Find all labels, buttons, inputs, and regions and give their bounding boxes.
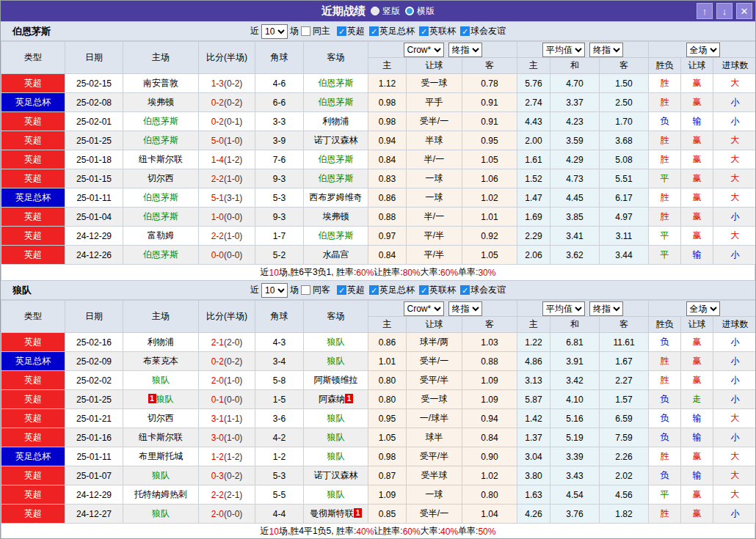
radio-selected-icon[interactable] bbox=[371, 7, 379, 15]
corners-cell: 5-3 bbox=[255, 466, 304, 485]
league-label: 英足总杯 bbox=[379, 284, 415, 296]
home-team-name: 伯恩茅斯 bbox=[143, 249, 178, 260]
league-badge: 英超 bbox=[1, 246, 65, 265]
handicap-odds-cell: 0.90 bbox=[462, 447, 517, 466]
results-table-wolves: 类型 日期 主场 比分(半场) 角球 客场 Crow* 终指 平均值 终指 bbox=[1, 300, 756, 524]
league-checkbox[interactable]: ✓ bbox=[460, 285, 470, 295]
match-count-select[interactable]: 10 bbox=[261, 283, 288, 298]
match-date: 25-02-08 bbox=[65, 93, 123, 112]
score-cell: 2-0(0-0) bbox=[199, 505, 255, 524]
average-stage-select[interactable]: 终指 bbox=[589, 43, 623, 57]
corners-cell: 9-3 bbox=[255, 208, 304, 227]
away-team-cell: 阿斯顿维拉 bbox=[304, 371, 368, 390]
handicap-odds-cell: 0.84 bbox=[368, 246, 407, 265]
close-button[interactable]: ✕ bbox=[736, 3, 752, 19]
average-odds-cell: 1.42 bbox=[517, 409, 550, 428]
average-odds-cell: 3.62 bbox=[550, 246, 600, 265]
handicap-odds-cell: 受一球 bbox=[407, 390, 462, 409]
red-card-badge: 1 bbox=[354, 508, 362, 518]
league-checkbox[interactable]: ✓ bbox=[460, 26, 470, 36]
corners-cell: 3-6 bbox=[255, 409, 304, 428]
average-odds-cell: 5.16 bbox=[550, 409, 600, 428]
league-checkbox[interactable]: ✓ bbox=[337, 285, 346, 295]
handicap-odds-cell: 0.87 bbox=[368, 466, 407, 485]
average-odds-cell: 1.22 bbox=[517, 333, 550, 352]
subcol-winlose: 胜负 bbox=[649, 317, 681, 333]
home-team-name: 切尔西 bbox=[148, 413, 174, 423]
handicap-odds-cell: 平/半 bbox=[407, 246, 462, 265]
match-date: 25-01-25 bbox=[65, 390, 123, 409]
handicap-odds-cell: 0.91 bbox=[462, 112, 517, 131]
same-venue-checkbox[interactable] bbox=[301, 285, 310, 295]
home-team-cell: 伯恩茅斯 bbox=[123, 131, 199, 150]
odds-stage-select[interactable]: 终指 bbox=[448, 43, 482, 57]
subcol-away-odds: 客 bbox=[462, 317, 517, 333]
league-badge: 英超 bbox=[1, 227, 65, 246]
result-cell: 小 bbox=[713, 112, 756, 131]
match-date: 24-12-29 bbox=[65, 485, 123, 505]
average-odds-cell: 4.45 bbox=[550, 188, 600, 208]
league-checkbox[interactable]: ✓ bbox=[337, 26, 346, 36]
handicap-odds-cell: 一球 bbox=[407, 188, 462, 208]
handicap-odds-cell: 受半/一 bbox=[407, 505, 462, 524]
league-checkbox[interactable]: ✓ bbox=[419, 26, 429, 36]
handicap-odds-cell: 1.02 bbox=[462, 466, 517, 485]
average-odds-cell: 6.81 bbox=[550, 333, 600, 352]
scope-select[interactable]: 全场 bbox=[686, 43, 720, 57]
column-header-away: 客场 bbox=[304, 301, 368, 333]
match-count-select[interactable]: 10 bbox=[261, 24, 288, 39]
match-row: 英足总杯25-01-11伯恩茅斯5-1(3-1)5-3西布罗姆维奇0.86一球1… bbox=[1, 188, 756, 208]
league-checkbox[interactable]: ✓ bbox=[419, 285, 429, 295]
subcol-handicap-result: 让球 bbox=[681, 58, 713, 74]
home-team-name: 布里斯托城 bbox=[139, 451, 183, 461]
average-odds-cell: 2.74 bbox=[517, 93, 550, 112]
result-cell: 赢 bbox=[681, 208, 713, 227]
handicap-odds-cell: 0.95 bbox=[368, 409, 407, 428]
handicap-odds-cell: 0.84 bbox=[368, 150, 407, 169]
average-odds-cell: 1.69 bbox=[517, 208, 550, 227]
halftime-score: (2-0) bbox=[224, 337, 242, 348]
radio-unselected-icon[interactable] bbox=[405, 7, 414, 15]
column-header-away: 客场 bbox=[304, 42, 368, 74]
odds-provider-select[interactable]: Crow* bbox=[404, 43, 444, 57]
match-row: 英超24-12-29富勒姆2-2(1-0)1-7伯恩茅斯0.97平/半0.922… bbox=[1, 227, 756, 246]
layout-radio-vertical[interactable]: 竖版 bbox=[371, 5, 400, 18]
same-venue-checkbox[interactable] bbox=[301, 26, 310, 36]
odds-provider-select[interactable]: Crow* bbox=[404, 301, 444, 316]
halftime-score: (0-2) bbox=[224, 356, 242, 367]
average-odds-cell: 1.82 bbox=[600, 505, 649, 524]
handicap-odds-cell: 0.80 bbox=[368, 371, 407, 390]
corners-cell: 1-5 bbox=[255, 390, 304, 409]
away-team-cell: 曼彻斯特联1 bbox=[304, 505, 368, 524]
move-up-button[interactable]: ↑ bbox=[697, 3, 713, 19]
league-checkbox[interactable]: ✓ bbox=[369, 26, 379, 36]
home-team-cell: 纽卡斯尔联 bbox=[123, 428, 199, 447]
column-header-date: 日期 bbox=[65, 301, 123, 333]
move-down-button[interactable]: ↓ bbox=[716, 3, 733, 19]
home-team-name: 伯恩茅斯 bbox=[143, 116, 178, 126]
odds-stage-select[interactable]: 终指 bbox=[448, 301, 482, 316]
average-odds-select[interactable]: 平均值 bbox=[542, 43, 585, 57]
fulltime-score: 1-2 bbox=[211, 452, 224, 462]
match-row: 英超25-01-07狼队0-3(0-2)5-3诺丁汉森林0.87受半球1.023… bbox=[1, 466, 756, 485]
handicap-odds-cell: 0.94 bbox=[368, 131, 407, 150]
average-stage-select[interactable]: 终指 bbox=[589, 301, 623, 316]
result-cell: 赢 bbox=[681, 131, 713, 150]
scope-select[interactable]: 全场 bbox=[686, 301, 720, 316]
result-cell: 走 bbox=[681, 390, 713, 409]
fulltime-score: 2-2 bbox=[211, 490, 224, 500]
corners-cell: 3-4 bbox=[255, 352, 304, 371]
average-odds-cell: 5.19 bbox=[550, 428, 600, 447]
league-checkbox[interactable]: ✓ bbox=[369, 285, 379, 295]
section-header-wolves: 狼队 近 10 场 同客 ✓英超✓英足总杯✓英联杯✓球会友谊 bbox=[1, 280, 755, 300]
result-cell: 负 bbox=[649, 428, 681, 447]
match-date: 25-01-07 bbox=[65, 466, 123, 485]
average-odds-cell: 3.85 bbox=[550, 208, 600, 227]
average-odds-select[interactable]: 平均值 bbox=[542, 301, 585, 316]
layout-radio-horizontal[interactable]: 横版 bbox=[405, 5, 435, 18]
score-cell: 0-3(0-2) bbox=[199, 466, 255, 485]
league-badge: 英足总杯 bbox=[1, 93, 65, 112]
result-cell: 小 bbox=[713, 505, 756, 524]
result-cell: 大 bbox=[713, 131, 756, 150]
result-cell: 小 bbox=[713, 208, 756, 227]
